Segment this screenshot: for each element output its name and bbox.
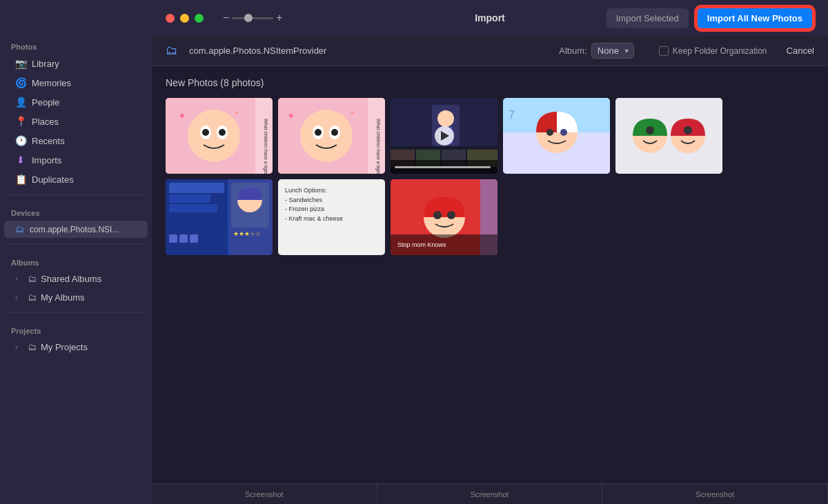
sidebar-item-label-memories: Memories: [32, 78, 71, 88]
svg-point-40: [684, 126, 692, 134]
zoom-slider[interactable]: [232, 17, 273, 19]
cancel-button[interactable]: Cancel: [787, 46, 814, 56]
new-photos-label: New Photos (8 photos): [166, 77, 814, 88]
chevron-my-albums-icon: ›: [15, 294, 23, 301]
sidebar-item-duplicates[interactable]: 📋 Duplicates: [4, 170, 148, 188]
video-bar-3: [391, 160, 497, 174]
thumb-1-svg: What children have a tiger mii ♥ ♥ ★: [166, 98, 273, 174]
photo-grid: What children have a tiger mii ♥ ♥ ★: [166, 98, 814, 255]
photo-thumb-2[interactable]: What children have a tiger run ♥ ♥: [278, 98, 385, 174]
svg-rect-45: [169, 194, 210, 203]
sidebar-divider-1: [8, 194, 144, 195]
main-content: − + Import Import Selected Import All Ne…: [152, 0, 828, 504]
sidebar-item-imports[interactable]: ⬇ Imports: [4, 151, 148, 169]
play-button-3[interactable]: [435, 126, 454, 145]
svg-text:★★★☆☆: ★★★☆☆: [233, 230, 261, 237]
sidebar-item-memories[interactable]: 🌀 Memories: [4, 74, 148, 92]
sidebar-item-label-shared-albums: Shared Albums: [41, 274, 101, 284]
photo-thumb-4[interactable]: 7: [503, 98, 610, 174]
zoom-plus-button[interactable]: +: [276, 12, 282, 24]
thumb-4-svg: 7: [503, 98, 610, 174]
imports-icon: ⬇: [15, 154, 26, 165]
svg-rect-50: [169, 234, 177, 243]
zoom-thumb: [244, 14, 253, 22]
svg-text:7: 7: [509, 109, 515, 121]
photos-section-label: Photos: [0, 34, 152, 54]
bottom-thumb-2: Screenshot: [377, 484, 603, 504]
maximize-button[interactable]: [195, 14, 204, 23]
shared-albums-folder-icon: 🗂: [28, 274, 37, 284]
titlebar-actions: Import Selected Import All New Photos: [607, 6, 814, 30]
minimize-button[interactable]: [180, 14, 189, 23]
photo-thumb-3[interactable]: [391, 98, 497, 174]
svg-rect-36: [615, 98, 722, 174]
svg-point-4: [202, 129, 209, 136]
play-triangle-icon: [441, 131, 449, 141]
import-selected-button[interactable]: Import Selected: [607, 8, 689, 28]
svg-text:♥: ♥: [235, 109, 239, 117]
sidebar-item-label-places: Places: [32, 117, 59, 127]
sidebar-item-label-imports: Imports: [32, 155, 61, 165]
import-bar: 🗂 com.apple.Photos.NSItemProvider Album:…: [152, 36, 828, 66]
svg-point-33: [546, 129, 553, 136]
my-projects-folder-icon: 🗂: [28, 342, 37, 352]
photo-thumb-1[interactable]: What children have a tiger mii ♥ ♥ ★: [166, 98, 273, 174]
svg-point-5: [219, 129, 226, 136]
window-title: Import: [475, 12, 505, 23]
my-albums-folder-icon: 🗂: [28, 292, 37, 303]
bottom-thumb-3: Screenshot: [602, 484, 828, 504]
sidebar-item-shared-albums[interactable]: › 🗂 Shared Albums: [4, 270, 148, 288]
svg-text:♥: ♥: [351, 109, 355, 117]
svg-point-16: [331, 129, 338, 136]
thumb-6-svg: ★★★☆☆: [166, 179, 273, 255]
svg-text:★: ★: [172, 134, 177, 141]
thumb-2-svg: What children have a tiger run ♥ ♥: [278, 98, 385, 174]
svg-point-38: [646, 126, 654, 134]
photo-thumb-7[interactable]: Lunch Options: - Sandwiches - Frozen piz…: [278, 179, 385, 255]
sidebar-item-label-library: Library: [32, 59, 59, 69]
close-button[interactable]: [166, 14, 175, 23]
svg-rect-52: [190, 234, 198, 243]
svg-text:♥: ♥: [179, 111, 184, 121]
bottom-thumb-1: Screenshot: [152, 484, 377, 504]
sidebar-item-device[interactable]: 🗂 com.apple.Photos.NSI...: [4, 221, 148, 238]
sidebar-item-my-albums[interactable]: › 🗂 My Albums: [4, 289, 148, 306]
album-selector-group: Album: None: [559, 43, 633, 59]
device-folder-icon: 🗂: [15, 224, 24, 234]
places-icon: 📍: [15, 116, 26, 127]
projects-section-label: Projects: [0, 319, 152, 338]
sidebar-item-recents[interactable]: 🕐 Recents: [4, 132, 148, 150]
chevron-projects-icon: ›: [15, 343, 23, 351]
svg-point-1: [188, 110, 240, 162]
album-select[interactable]: None: [591, 43, 634, 59]
sidebar-item-places[interactable]: 📍 Places: [4, 112, 148, 130]
svg-point-15: [315, 129, 322, 136]
titlebar: − + Import Import Selected Import All Ne…: [152, 0, 828, 36]
zoom-minus-button[interactable]: −: [223, 12, 229, 24]
svg-point-12: [300, 110, 353, 162]
svg-rect-51: [179, 234, 188, 243]
device-label: com.apple.Photos.NSI...: [30, 225, 119, 234]
photo-thumb-5[interactable]: [615, 98, 722, 174]
keep-folder-checkbox[interactable]: [659, 46, 669, 56]
photo-thumb-6[interactable]: ★★★☆☆: [166, 179, 273, 255]
import-all-button[interactable]: Import All New Photos: [696, 6, 814, 30]
sidebar-divider-3: [8, 312, 144, 313]
device-folder-big-icon: 🗂: [166, 43, 178, 58]
album-text-label: Album:: [559, 46, 586, 56]
svg-point-57: [447, 211, 455, 219]
svg-text:♥: ♥: [288, 111, 293, 121]
svg-text:Stop mom Knows: Stop mom Knows: [397, 241, 446, 248]
svg-point-56: [433, 211, 442, 219]
sidebar-item-my-projects[interactable]: › 🗂 My Projects: [4, 339, 148, 356]
svg-text:What children have a tiger mii: What children have a tiger mii: [263, 119, 268, 174]
sidebar-divider-2: [8, 244, 144, 245]
thumb-5-svg: [615, 98, 722, 174]
sidebar-item-label-my-projects: My Projects: [41, 342, 88, 352]
svg-rect-44: [169, 183, 224, 193]
photo-thumb-8[interactable]: Stop mom Knows: [391, 179, 497, 255]
sidebar-item-library[interactable]: 📷 Library: [4, 54, 148, 72]
sidebar-item-people[interactable]: 👤 People: [4, 93, 148, 111]
devices-section-label: Devices: [0, 201, 152, 220]
people-icon: 👤: [15, 97, 26, 108]
